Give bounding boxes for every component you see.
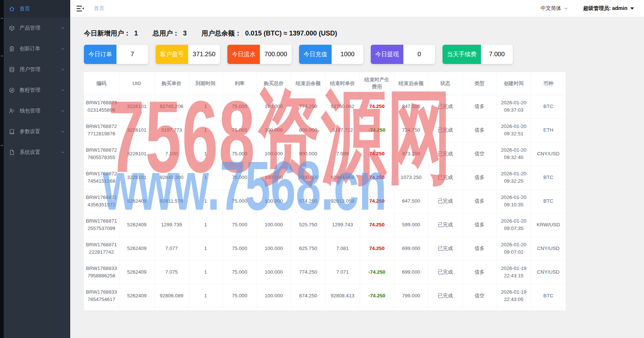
cell-code: BRW17688714356351572 (84, 189, 119, 213)
cell-coin: CNY/USD (531, 142, 566, 166)
cell-status: 已完成 (428, 142, 462, 166)
cell-unit_price: 1299.739 (155, 213, 189, 237)
hamburger-icon (76, 5, 84, 12)
table-row: BRW176887122281774252624097.077175.00010… (84, 237, 566, 260)
cell-coin: BTC (531, 166, 566, 189)
sidebar-item-label: 教程管理 (20, 87, 61, 94)
cell-end_fee: 74.250 (360, 213, 394, 237)
stat-card-label: 今日充值 (299, 45, 332, 64)
chevron-down-icon (61, 109, 65, 113)
cell-coin: BTC (531, 189, 566, 213)
sidebar-item-wallet[interactable]: 钱包管理 (4, 101, 70, 121)
cell-status: 已完成 (428, 284, 462, 308)
cell-code: BRW1768871222817742 (84, 237, 119, 260)
cell-code: BRW17688727712819876 (84, 118, 119, 142)
language-selector[interactable]: 中文简体 (540, 5, 568, 12)
users-icon (9, 67, 15, 72)
cell-created: 2026-01-2009:10:35 (496, 189, 531, 213)
cell-after_balance: 774.250 (291, 95, 325, 118)
cell-created: 2026-01-2009:07:35 (496, 213, 531, 237)
cell-code: BRW17688712557537099 (84, 213, 119, 237)
cell-end_fee: 74.250 (360, 95, 394, 118)
content-area: 今日新增用户： 1 总用户： 3 用户总余额： 0.015 (BTC) ≈ 13… (70, 17, 644, 338)
breadcrumb[interactable]: 首页 (94, 5, 104, 12)
chevron-down-icon (61, 26, 65, 30)
cell-expire: 1 (189, 95, 223, 118)
cell-rate: 75.000 (223, 213, 257, 237)
summary-stats: 今日新增用户： 1 总用户： 3 用户总余额： 0.015 (BTC) ≈ 13… (84, 29, 644, 38)
cell-code: BRW17688337958886258 (84, 260, 119, 284)
cell-expire: 1 (189, 118, 223, 142)
cell-total: 100.000 (257, 142, 291, 166)
cell-uid: 3226101 (119, 166, 155, 189)
sidebar-item-tutorial[interactable]: 教程管理 (4, 80, 70, 101)
sidebar-item-users[interactable]: 用户管理 (4, 59, 70, 80)
cell-total: 100.000 (257, 284, 291, 308)
stat-card-value: 7 (116, 45, 148, 64)
column-header: 编码 (84, 72, 119, 95)
admin-label: 超级管理员: admin (583, 5, 627, 12)
cell-rate: 75.000 (223, 237, 257, 260)
table-row: BRW17688714356351572526240992611.578175.… (84, 189, 566, 213)
cell-unit_price: 92806.089 (155, 284, 189, 308)
cell-uid: 3226101 (119, 118, 155, 142)
cell-total: 100.000 (257, 118, 291, 142)
table-body: BRW17688730231455896322610192745.206175.… (84, 95, 566, 308)
cell-after_balance: 1000.000 (291, 166, 325, 189)
sidebar-item-product[interactable]: 产品管理 (4, 18, 70, 38)
cell-uid: 5262409 (119, 189, 155, 213)
cell-end_fee: -74.250 (360, 260, 394, 284)
sidebar-item-params[interactable]: 参数设置 (4, 121, 70, 142)
cell-type: 借多 (462, 95, 496, 118)
cell-created: 2026-01-2009:32:40 (496, 142, 531, 166)
sidebar-menu: 首页产品管理创新订单用户管理教程管理钱包管理参数设置系统设置 (4, 0, 70, 163)
cell-created: 2026-01-2009:37:03 (496, 95, 531, 118)
order-icon (9, 46, 15, 52)
cell-end_balance: 699.000 (394, 260, 428, 284)
stat-card-4: 今日提现0 (371, 45, 435, 64)
cell-end_unit_price: 92750.062 (325, 95, 360, 118)
cell-end_unit_price: 3197.722 (325, 118, 360, 142)
stat-new-users: 今日新增用户： 1 (84, 29, 138, 38)
cell-rate: 75.000 (223, 95, 257, 118)
stat-card-2: 今日流水700.000 (227, 45, 292, 64)
sidebar-item-label: 参数设置 (20, 128, 61, 135)
sidebar-toggle-button[interactable] (76, 5, 84, 12)
cell-rate: 75.000 (223, 166, 257, 189)
chevron-down-icon (61, 88, 65, 92)
cell-after_balance: 625.750 (291, 237, 325, 260)
main-area: 首页 中文简体 超级管理员: admin 今日新增用户： 1 (70, 0, 644, 338)
column-header: UID (119, 72, 155, 95)
table-row: BRW1768872760557835532261017.100175.0001… (84, 142, 566, 166)
admin-menu[interactable]: 超级管理员: admin (583, 5, 634, 12)
stat-card-value: 371.250 (188, 45, 220, 64)
cell-created: 2026-01-2009:32:25 (496, 166, 531, 189)
cell-code: BRW17688727454151268 (84, 166, 119, 189)
language-label: 中文简体 (540, 5, 561, 12)
sidebar-item-orders[interactable]: 创新订单 (4, 38, 70, 59)
sidebar-item-system[interactable]: 系统设置 (4, 142, 70, 163)
table-row: BRW17688727454151268322610192840.300175.… (84, 166, 566, 189)
params-icon (9, 129, 15, 135)
cell-total: 100.000 (257, 166, 291, 189)
stat-card-value: 1000 (332, 45, 363, 64)
cell-unit_price: 92611.578 (155, 189, 189, 213)
stat-card-label: 今日提现 (371, 45, 403, 64)
column-header: 类型 (462, 72, 496, 95)
cell-rate: 75.000 (223, 260, 257, 284)
cell-uid: 5262409 (119, 284, 155, 308)
cell-created: 2026-01-2009:07:02 (496, 237, 531, 260)
sidebar: 首页产品管理创新订单用户管理教程管理钱包管理参数设置系统设置 (4, 0, 70, 338)
stat-card-0: 今日订单7 (84, 45, 148, 64)
sidebar-item-label: 首页 (20, 6, 65, 12)
cell-after_balance: 774.250 (291, 260, 325, 284)
column-header: 结束时单价 (325, 72, 360, 95)
cell-uid: 3226101 (119, 95, 155, 118)
sidebar-item-home[interactable]: 首页 (4, 0, 70, 18)
table-header-row: 编码UID购买单价到期时间利率购买总价结束后余额结束时单价结束时产生费用结束后余… (84, 72, 566, 95)
stat-card-label: 今日流水 (227, 45, 260, 64)
tutorial-icon (9, 87, 15, 93)
cell-expire: 1 (189, 189, 223, 213)
cell-code: BRW17688727605578355 (84, 142, 119, 166)
collapsed-rail (0, 0, 4, 338)
